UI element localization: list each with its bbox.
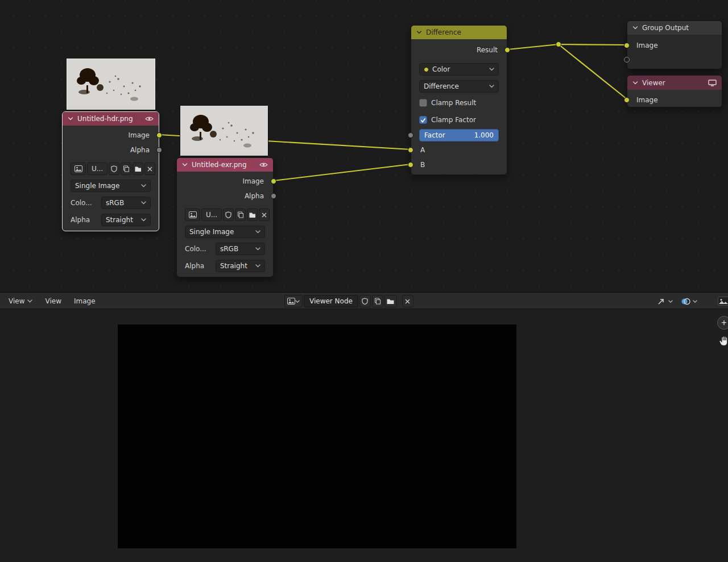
shield-icon [362,298,368,305]
clamp-factor-checkbox[interactable] [419,116,427,124]
collapse-chevron-icon[interactable] [416,31,422,34]
socket-result-output[interactable] [504,47,510,53]
socket-alpha-output[interactable] [271,193,276,199]
copy-icon [123,165,129,172]
copy-icon [237,211,243,218]
node-header[interactable]: Group Output [627,21,722,35]
source-value: Single Image [75,182,138,190]
folder-icon [249,212,255,218]
alpha-mode-row: Alpha Straight [185,260,265,272]
result-output-label: Result [477,44,498,56]
eye-icon[interactable] [145,116,154,122]
collapse-chevron-icon[interactable] [68,117,73,120]
expand-toolbar-button[interactable]: + [717,316,728,330]
eye-icon[interactable] [259,162,268,168]
socket-a-input[interactable] [408,147,413,153]
socket-alpha-output[interactable] [156,147,162,153]
collapse-chevron-icon[interactable] [632,81,638,85]
view-mode-dropdown[interactable]: View [3,295,38,307]
node-viewer[interactable]: Viewer Image [627,75,722,107]
socket-virtual-input[interactable] [624,57,630,63]
colorspace-dropdown[interactable]: sRGB [216,243,265,255]
unlink-datablock-button[interactable] [259,209,270,221]
alpha-mode-dropdown[interactable]: Straight [216,260,265,272]
collapse-chevron-icon[interactable] [182,163,188,166]
node-header[interactable]: Untitled-hdr.png [63,112,159,126]
open-image-button[interactable] [384,295,397,307]
picture-icon [189,211,197,218]
next-editor-type-icon[interactable] [718,297,728,307]
image-name-short: U... [206,211,217,219]
blend-mode-dropdown[interactable]: Difference [419,80,499,93]
menu-image[interactable]: Image [69,295,101,307]
close-icon [262,213,267,218]
image-name-field[interactable]: U... [201,209,222,221]
unlink-datablock-button[interactable] [144,163,155,175]
open-image-button[interactable] [133,163,143,175]
collapse-chevron-icon[interactable] [632,26,638,30]
input-image-label: Image [636,94,658,106]
picture-icon [75,165,82,172]
node-group-output[interactable]: Group Output Image [627,20,722,69]
clamp-result-checkbox[interactable] [419,99,427,107]
source-dropdown[interactable]: Single Image [71,180,151,192]
colorspace-dropdown[interactable]: sRGB [101,197,151,209]
colorspace-value: sRGB [106,199,138,207]
chevron-down-icon [27,299,32,303]
fake-user-button[interactable] [109,163,119,175]
alpha-mode-dropdown[interactable]: Straight [101,214,151,226]
link-junction-dot [556,42,561,47]
pan-hand-icon[interactable] [718,335,728,349]
duplicate-datablock-button[interactable] [372,295,383,307]
input-image-label: Image [636,39,658,52]
source-dropdown[interactable]: Single Image [185,226,265,238]
factor-slider[interactable]: Factor 1.000 [419,129,499,141]
gizmos-toggle[interactable] [656,295,674,307]
duplicate-datablock-button[interactable] [121,163,131,175]
open-image-button[interactable] [247,209,258,221]
socket-image-input[interactable] [624,43,630,48]
output-image-label: Image [242,175,264,188]
browse-image-button[interactable] [185,209,200,221]
alpha-mode-row: Alpha Straight [71,214,151,226]
node-title: Group Output [642,24,717,32]
clamp-result-row: Clamp Result [419,98,499,107]
image-editor-header: View View Image Viewer Node [0,292,728,309]
unlink-datablock-button[interactable] [402,295,413,307]
data-type-value: Color [432,65,486,73]
factor-label: Factor [424,131,445,139]
close-icon [405,299,410,304]
menu-view[interactable]: View [40,295,66,307]
compositor-node-editor[interactable]: Untitled-hdr.png Image Alpha U... [0,0,728,292]
image-viewer-region[interactable]: + [0,309,728,562]
data-type-row: Color [419,63,499,76]
image-name-field[interactable]: U... [87,163,107,175]
node-mix-difference[interactable]: Difference Result Color Difference Clamp… [411,25,507,175]
node-title: Untitled-hdr.png [77,115,141,123]
image-name-field[interactable]: Viewer Node [304,295,358,307]
overlays-toggle[interactable] [680,295,698,307]
clamp-result-label: Clamp Result [431,99,476,107]
browse-image-button[interactable] [284,295,303,307]
data-type-dropdown[interactable]: Color [419,63,499,76]
socket-image-input[interactable] [624,97,630,103]
blender-window: Untitled-hdr.png Image Alpha U... [0,0,728,562]
chevron-down-icon [141,218,146,222]
folder-icon [135,166,141,172]
node-header[interactable]: Untitled-exr.png [177,158,273,172]
alpha-mode-label: Alpha [185,262,216,270]
node-image-hdr[interactable]: Untitled-hdr.png Image Alpha U... [62,111,159,231]
socket-factor-input[interactable] [408,132,413,138]
node-image-exr[interactable]: Untitled-exr.png Image Alpha U... [176,157,274,277]
node-header[interactable]: Difference [411,26,507,39]
fake-user-button[interactable] [223,209,234,221]
socket-b-input[interactable] [408,162,413,168]
output-alpha-label: Alpha [130,144,150,156]
browse-image-button[interactable] [71,163,86,175]
node-header[interactable]: Viewer [627,76,722,90]
duplicate-datablock-button[interactable] [235,209,246,221]
chevron-down-icon [693,300,697,303]
socket-image-output[interactable] [271,178,276,184]
fake-user-button[interactable] [359,295,371,307]
socket-image-output[interactable] [156,132,162,138]
